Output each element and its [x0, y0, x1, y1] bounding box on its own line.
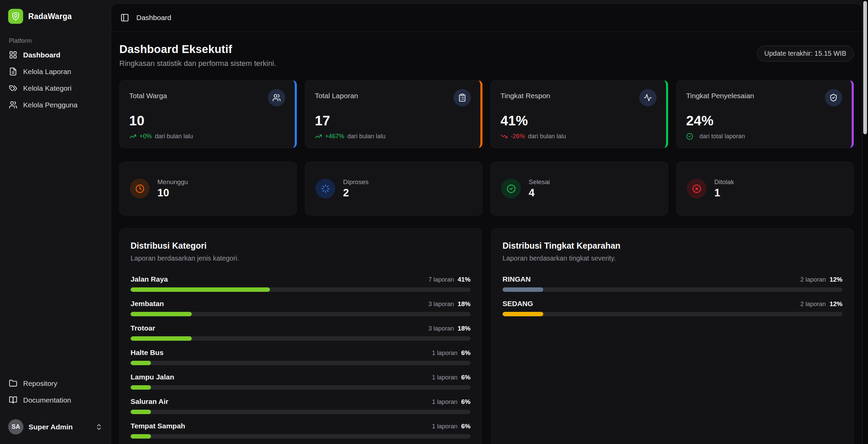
category-row: Tempat Sampah 1 laporan6% — [131, 422, 471, 439]
category-row: Lampu Jalan 1 laporan6% — [131, 373, 471, 390]
sidebar-item-label: Kelola Kategori — [23, 84, 71, 92]
sidebar-item-dashboard[interactable]: Dashboard — [5, 47, 106, 63]
stat-note: dari total laporan — [699, 133, 745, 140]
check-circle-icon — [501, 179, 521, 198]
status-value: 10 — [157, 187, 188, 199]
status-label: Ditolak — [714, 178, 734, 186]
panel-distribusi-keparahan: Distribusi Tingkat Keparahan Laporan ber… — [491, 228, 854, 444]
status-value: 4 — [529, 187, 550, 199]
stat-card-total-laporan: Total Laporan 17 +467% dari bulan lalu — [305, 80, 482, 148]
stat-card-total-warga: Total Warga 10 +0% dari bulan lalu — [119, 80, 297, 148]
x-circle-icon — [687, 179, 707, 198]
sidebar-footer: Repository Documentation SA Super Admin — [5, 376, 106, 438]
layout-grid-icon — [9, 51, 17, 59]
stat-title: Tingkat Respon — [500, 92, 550, 100]
progress-bar — [131, 336, 471, 341]
severity-list: RINGAN 2 laporan12% SEDANG 2 laporan12% — [503, 275, 843, 316]
panel-distribusi-kategori: Distribusi Kategori Laporan berdasarkan … — [119, 228, 482, 444]
stat-value: 41% — [500, 113, 657, 128]
activity-icon — [639, 89, 657, 106]
category-row: Saluran Air 1 laporan6% — [131, 397, 471, 414]
folder-icon — [9, 379, 17, 388]
progress-bar — [131, 312, 471, 316]
sidebar-item-label: Kelola Laporan — [23, 68, 71, 76]
shield-check-icon — [825, 89, 842, 106]
sidebar-item-kelola-laporan[interactable]: Kelola Laporan — [5, 64, 106, 79]
progress-bar — [131, 287, 471, 292]
breadcrumb: Dashboard — [136, 14, 171, 22]
sidebar-item-kelola-kategori[interactable]: Kelola Kategori — [5, 81, 106, 96]
stat-value: 17 — [315, 113, 471, 128]
stat-delta: +467% — [325, 133, 344, 140]
sidebar-item-kelola-pengguna[interactable]: Kelola Pengguna — [5, 97, 106, 112]
panel-title: Distribusi Tingkat Keparahan — [503, 241, 843, 251]
category-row: Halte Bus 1 laporan6% — [131, 349, 471, 365]
last-update-badge: Update terakhir: 15.15 WIB — [757, 46, 854, 61]
status-grid: Menunggu 10 Diproses 2 — [119, 162, 854, 215]
sidebar-item-label: Repository — [23, 379, 57, 388]
trending-up-icon — [129, 133, 136, 140]
stat-value: 10 — [129, 113, 285, 128]
sidebar-nav: Dashboard Kelola Laporan Kelola Kategori… — [5, 47, 106, 112]
stat-note: dari bulan lalu — [155, 133, 193, 140]
sidebar-item-documentation[interactable]: Documentation — [5, 392, 106, 408]
clipboard-list-icon — [454, 89, 471, 106]
main-content: Dashboard Dashboard Eksekutif Ringkasan … — [111, 3, 862, 444]
stat-title: Total Warga — [129, 92, 167, 100]
sidebar-item-repository[interactable]: Repository — [5, 376, 106, 391]
app-name: RadaWarga — [28, 12, 72, 21]
book-open-icon — [9, 396, 17, 404]
file-text-icon — [9, 67, 17, 76]
severity-row: SEDANG 2 laporan12% — [503, 300, 843, 316]
status-card-diproses: Diproses 2 — [305, 162, 482, 215]
status-card-ditolak: Ditolak 1 — [676, 162, 854, 215]
sidebar-section-label: Platform — [9, 37, 106, 45]
sidebar-item-label: Documentation — [23, 396, 71, 404]
category-row: Jembatan 3 laporan18% — [131, 300, 471, 316]
app-header: Dashboard — [111, 4, 862, 32]
category-row: Jalan Raya 7 laporan41% — [131, 275, 471, 292]
progress-bar — [503, 287, 843, 292]
stats-grid: Total Warga 10 +0% dari bulan lalu To — [119, 80, 854, 148]
status-value: 1 — [714, 187, 734, 199]
status-value: 2 — [343, 187, 369, 199]
panels-grid: Distribusi Kategori Laporan berdasarkan … — [119, 228, 854, 444]
status-card-menunggu: Menunggu 10 — [119, 162, 297, 215]
progress-bar — [131, 361, 471, 365]
users-icon — [9, 101, 17, 109]
trending-up-icon — [315, 133, 322, 140]
stat-value: 24% — [686, 113, 842, 128]
avatar: SA — [8, 419, 23, 434]
progress-bar — [131, 434, 471, 439]
stat-delta: +0% — [139, 133, 152, 140]
page-head: Dashboard Eksekutif Ringkasan statistik … — [119, 43, 854, 68]
check-circle-icon — [686, 133, 693, 140]
category-row: Trotoar 3 laporan18% — [131, 324, 471, 341]
sidebar-toggle-icon[interactable] — [120, 13, 129, 22]
scrollbar — [863, 0, 868, 444]
user-name: Super Admin — [29, 423, 90, 431]
page-subtitle: Ringkasan statistik dan performa sistem … — [119, 59, 276, 68]
stat-title: Tingkat Penyelesaian — [686, 92, 754, 100]
status-label: Diproses — [343, 178, 369, 186]
app-root: RadaWarga Platform Dashboard Kelola Lapo… — [0, 0, 868, 444]
stat-card-tingkat-penyelesaian: Tingkat Penyelesaian 24% dari total lapo… — [676, 80, 854, 148]
stat-card-tingkat-respon: Tingkat Respon 41% -26% dari bulan lalu — [491, 80, 668, 148]
brand[interactable]: RadaWarga — [5, 7, 106, 26]
users-icon — [268, 89, 285, 106]
status-label: Menunggu — [157, 178, 188, 186]
stat-delta: -26% — [511, 133, 525, 140]
progress-bar — [131, 385, 471, 390]
app-logo-icon — [8, 9, 23, 24]
page-title: Dashboard Eksekutif — [119, 43, 276, 56]
stat-title: Total Laporan — [315, 92, 358, 100]
user-menu[interactable]: SA Super Admin — [5, 416, 106, 438]
clock-icon — [130, 179, 150, 198]
stat-note: dari bulan lalu — [528, 133, 566, 140]
scrollbar-thumb[interactable] — [863, 1, 867, 134]
progress-bar — [503, 312, 843, 316]
status-label: Selesai — [529, 178, 550, 186]
status-card-selesai: Selesai 4 — [491, 162, 668, 215]
trending-down-icon — [500, 133, 508, 140]
panel-title: Distribusi Kategori — [131, 241, 471, 251]
